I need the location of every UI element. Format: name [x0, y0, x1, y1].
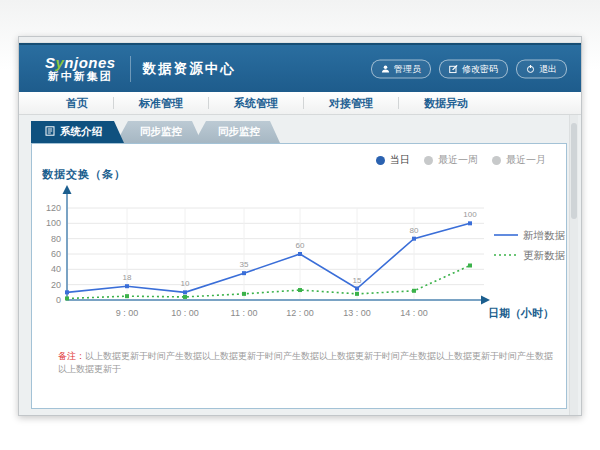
tab-sync-monitor-1[interactable]: 同步监控 [116, 121, 202, 143]
footnote: 备注：以上数据更新于时间产生数据以上数据更新于时间产生数据以上数据更新于时间产生… [58, 350, 558, 375]
note-text: 以上数据更新于时间产生数据以上数据更新于时间产生数据以上数据更新于时间产生数据以… [58, 351, 553, 374]
svg-text:80: 80 [51, 234, 61, 244]
app-header: Synjones 新中新集团 数据资源中心 管理员 修改密码 [19, 43, 581, 92]
change-password-button[interactable]: 修改密码 [439, 59, 508, 78]
note-label: 备注： [58, 351, 85, 361]
radio-dot-icon [424, 156, 433, 165]
radio-dot-icon [376, 156, 385, 165]
svg-text:18: 18 [123, 273, 132, 282]
time-range-filter: 当日 最近一周 最近一月 [376, 153, 546, 167]
app-title: 数据资源中心 [143, 60, 236, 78]
svg-text:9 : 00: 9 : 00 [116, 308, 139, 318]
svg-text:35: 35 [240, 260, 249, 269]
svg-text:14 : 00: 14 : 00 [400, 308, 428, 318]
nav-item-home[interactable]: 首页 [41, 97, 114, 109]
nav-item-standard-mgmt[interactable]: 标准管理 [114, 97, 209, 109]
tab-system-intro-label: 系统介绍 [60, 125, 102, 139]
content-area: 系统介绍 同步监控 同步监控 当日 最近一周 [19, 115, 581, 415]
nav-item-interface-mgmt[interactable]: 对接管理 [304, 97, 399, 109]
logout-label: 退出 [539, 62, 557, 75]
power-icon [526, 64, 535, 73]
tab-system-intro[interactable]: 系统介绍 [31, 121, 124, 143]
scrollbar-thumb[interactable] [571, 123, 577, 219]
svg-text:20: 20 [51, 280, 61, 290]
radio-last-week-label: 最近一周 [438, 153, 478, 167]
chart-panel: 当日 最近一周 最近一月 数据交换（条） 0204060801001209 : … [31, 143, 567, 409]
svg-text:日期（小时）: 日期（小时） [488, 307, 554, 320]
svg-text:120: 120 [46, 203, 61, 213]
svg-text:100: 100 [463, 210, 477, 219]
vertical-scrollbar[interactable] [569, 115, 578, 415]
logo-wordmark: Synjones [45, 55, 116, 71]
tab-bar: 系统介绍 同步监控 同步监控 [31, 121, 280, 143]
radio-last-month[interactable]: 最近一月 [492, 153, 546, 167]
svg-text:更新数据: 更新数据 [523, 249, 566, 261]
tab-sync-monitor-1-label: 同步监控 [140, 125, 182, 139]
edit-icon [449, 64, 458, 73]
logout-button[interactable]: 退出 [516, 59, 567, 78]
svg-text:80: 80 [410, 226, 419, 235]
svg-text:10: 10 [181, 279, 190, 288]
header-divider [130, 56, 131, 82]
admin-user-label: 管理员 [394, 62, 421, 75]
line-chart: 0204060801001209 : 0010 : 0011 : 0012 : … [32, 180, 568, 332]
radio-today-label: 当日 [390, 153, 410, 167]
nav-item-system-mgmt[interactable]: 系统管理 [209, 97, 304, 109]
main-nav: 首页 标准管理 系统管理 对接管理 数据异动 [19, 92, 581, 115]
svg-text:40: 40 [51, 264, 61, 274]
radio-last-month-label: 最近一月 [506, 153, 546, 167]
tab-sync-monitor-2-label: 同步监控 [218, 125, 260, 139]
svg-text:100: 100 [46, 218, 61, 228]
user-area: 管理员 修改密码 退出 [371, 59, 567, 78]
radio-today[interactable]: 当日 [376, 153, 410, 167]
radio-dot-icon [492, 156, 501, 165]
svg-text:10 : 00: 10 : 00 [171, 308, 199, 318]
svg-text:11 : 00: 11 : 00 [231, 308, 258, 318]
svg-text:13 : 00: 13 : 00 [343, 308, 371, 318]
change-password-label: 修改密码 [462, 62, 498, 75]
company-logo: Synjones 新中新集团 [45, 55, 116, 82]
svg-text:60: 60 [51, 249, 61, 259]
logo-company-name: 新中新集团 [45, 71, 116, 83]
document-icon [45, 126, 55, 138]
svg-text:15: 15 [353, 276, 362, 285]
svg-text:12 : 00: 12 : 00 [286, 308, 314, 318]
svg-text:60: 60 [296, 241, 305, 250]
user-icon [381, 64, 390, 73]
svg-text:新增数据: 新增数据 [523, 229, 566, 241]
app-window: Synjones 新中新集团 数据资源中心 管理员 修改密码 [18, 36, 582, 416]
admin-user-button[interactable]: 管理员 [371, 59, 431, 78]
tab-sync-monitor-2[interactable]: 同步监控 [194, 121, 280, 143]
nav-item-data-change[interactable]: 数据异动 [399, 97, 493, 109]
radio-last-week[interactable]: 最近一周 [424, 153, 478, 167]
svg-text:0: 0 [56, 295, 61, 305]
